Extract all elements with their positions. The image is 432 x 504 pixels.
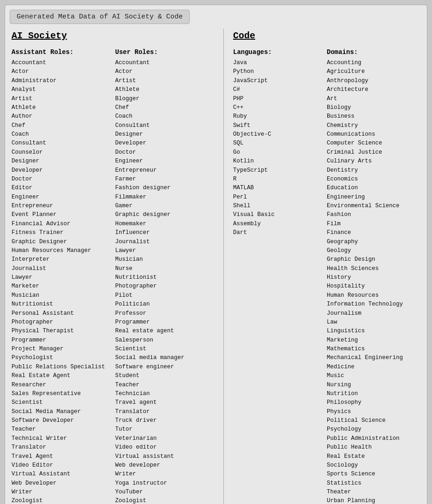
- list-item: Software Developer: [12, 416, 115, 425]
- list-item: Culinary Arts: [327, 157, 420, 166]
- list-item: Visual Basic: [233, 210, 327, 219]
- page-title: Generated Meta Data of AI Society & Code: [17, 13, 183, 21]
- list-item: Urban Planning: [327, 497, 420, 504]
- list-item: Physics: [327, 408, 420, 416]
- list-item: Swift: [233, 121, 327, 130]
- list-item: Student: [115, 372, 219, 380]
- list-item: Journalism: [327, 309, 420, 318]
- main-container: Generated Meta Data of AI Society & Code…: [5, 5, 427, 504]
- code-columns: Languages: JavaPythonJavaScriptC#PHPC++R…: [233, 48, 420, 504]
- list-item: Artist: [12, 95, 115, 103]
- list-item: Administrator: [12, 77, 115, 85]
- list-item: Journalist: [12, 264, 115, 273]
- list-item: Actor: [115, 67, 219, 76]
- list-item: Yoga instructor: [115, 479, 219, 488]
- list-item: Marketing: [327, 336, 420, 345]
- list-item: Accountant: [12, 59, 115, 67]
- list-item: Lawyer: [115, 246, 219, 255]
- list-item: Graphic designer: [115, 210, 219, 219]
- list-item: Tutor: [115, 425, 219, 434]
- list-item: History: [327, 273, 420, 282]
- list-item: Entrepreneur: [12, 202, 115, 210]
- list-item: Personal Assistant: [12, 309, 115, 318]
- list-item: Designer: [115, 130, 219, 139]
- list-item: Farmer: [115, 175, 219, 184]
- list-item: Scientist: [115, 345, 219, 354]
- list-item: Geology: [327, 246, 420, 255]
- list-item: YouTuber: [115, 488, 219, 497]
- list-item: Counselor: [12, 148, 115, 157]
- list-item: Musician: [115, 255, 219, 264]
- list-item: Philosophy: [327, 398, 420, 407]
- list-item: MATLAB: [233, 184, 327, 192]
- list-item: Truck driver: [115, 416, 219, 425]
- list-item: Art: [327, 95, 420, 103]
- list-item: Sports Science: [327, 470, 420, 479]
- list-item: Criminal Justice: [327, 148, 420, 157]
- list-item: Perl: [233, 193, 327, 202]
- list-item: Professor: [115, 309, 219, 318]
- list-item: Objective-C: [233, 130, 327, 139]
- list-item: Developer: [12, 166, 115, 175]
- list-item: Journalist: [115, 238, 219, 246]
- list-item: Web developer: [115, 461, 219, 470]
- list-item: Zoologist: [115, 497, 219, 504]
- list-item: Real estate agent: [115, 327, 219, 336]
- list-item: Political Science: [327, 416, 420, 425]
- list-item: Editor: [12, 184, 115, 192]
- assistant-roles-heading: Assistant Roles:: [12, 48, 115, 56]
- list-item: Health Sciences: [327, 264, 420, 273]
- list-item: Public Administration: [327, 434, 420, 443]
- domains-col: Domains: AccountingAgricultureAnthropolo…: [327, 48, 420, 504]
- list-item: Doctor: [12, 175, 115, 184]
- list-item: Teacher: [12, 425, 115, 434]
- list-item: Consultant: [12, 139, 115, 148]
- domains-list: AccountingAgricultureAnthropologyArchite…: [327, 59, 420, 504]
- list-item: Web Developer: [12, 479, 115, 488]
- list-item: Economics: [327, 175, 420, 184]
- ai-society-heading: AI Society: [12, 30, 219, 41]
- list-item: Athlete: [115, 85, 219, 94]
- list-item: Nurse: [115, 264, 219, 273]
- list-item: Computer Science: [327, 139, 420, 148]
- list-item: Fashion designer: [115, 184, 219, 192]
- list-item: Dart: [233, 228, 327, 237]
- list-item: Interpreter: [12, 255, 115, 264]
- list-item: Java: [233, 59, 327, 67]
- list-item: Real Estate Agent: [12, 372, 115, 380]
- list-item: Zoologist: [12, 497, 115, 504]
- list-item: JavaScript: [233, 77, 327, 85]
- list-item: Author: [12, 112, 115, 121]
- list-item: Filmmaker: [115, 193, 219, 202]
- list-item: Finance: [327, 228, 420, 237]
- list-item: Entrepreneur: [115, 166, 219, 175]
- list-item: Technician: [115, 390, 219, 398]
- list-item: Linguistics: [327, 327, 420, 336]
- list-item: C++: [233, 103, 327, 112]
- list-item: Engineering: [327, 193, 420, 202]
- list-item: Medicine: [327, 363, 420, 372]
- list-item: Chef: [115, 103, 219, 112]
- list-item: Social media manager: [115, 354, 219, 362]
- list-item: Nutritionist: [12, 300, 115, 309]
- list-item: Accounting: [327, 59, 420, 67]
- list-item: Social Media Manager: [12, 408, 115, 416]
- list-item: Sociology: [327, 461, 420, 470]
- list-item: Music: [327, 372, 420, 380]
- list-item: Scientist: [12, 398, 115, 407]
- list-item: Sales Representative: [12, 390, 115, 398]
- list-item: Teacher: [115, 381, 219, 390]
- list-item: Researcher: [12, 381, 115, 390]
- ai-society-columns: Assistant Roles: AccountantActorAdminist…: [12, 48, 219, 504]
- list-item: Analyst: [12, 85, 115, 94]
- list-item: Translator: [12, 443, 115, 452]
- list-item: Chemistry: [327, 121, 420, 130]
- list-item: Lawyer: [12, 273, 115, 282]
- assistant-roles-col: Assistant Roles: AccountantActorAdminist…: [12, 48, 115, 504]
- list-item: Video Editor: [12, 461, 115, 470]
- list-item: Virtual Assistant: [12, 470, 115, 479]
- list-item: Human Resources: [327, 291, 420, 300]
- list-item: Nutritionist: [115, 273, 219, 282]
- list-item: SQL: [233, 139, 327, 148]
- list-item: Mechanical Engineering: [327, 354, 420, 362]
